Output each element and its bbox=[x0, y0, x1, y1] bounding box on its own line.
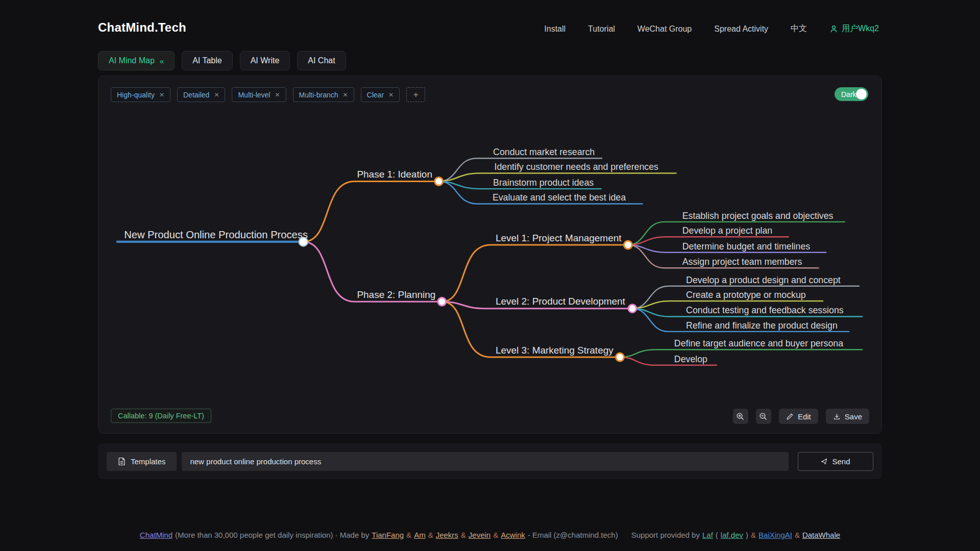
theme-toggle-knob bbox=[856, 89, 867, 99]
node-leaf[interactable]: Create a prototype or mockup bbox=[686, 290, 806, 300]
node-leaf[interactable]: Conduct testing and feedback sessions bbox=[686, 305, 844, 315]
theme-toggle[interactable]: Dark bbox=[835, 87, 868, 101]
user-icon bbox=[829, 24, 838, 33]
tab-label: AI Table bbox=[192, 56, 222, 65]
nav-tutorial[interactable]: Tutorial bbox=[588, 24, 615, 34]
save-label: Save bbox=[845, 412, 862, 421]
node-dot-phase1[interactable] bbox=[435, 178, 443, 186]
send-button[interactable]: Send bbox=[798, 452, 873, 471]
node-leaf[interactable]: Develop a project plan bbox=[682, 226, 772, 236]
tag-multi-branch[interactable]: Multi-branch ✕ bbox=[293, 87, 354, 102]
tab-ai-mind-map[interactable]: AI Mind Map « bbox=[98, 51, 175, 70]
node-leaf[interactable]: Develop a product design and concept bbox=[686, 275, 841, 285]
tab-label: AI Chat bbox=[308, 56, 335, 65]
add-tag-button[interactable]: + bbox=[406, 87, 425, 102]
node-leaf[interactable]: Evaluate and select the best idea bbox=[493, 192, 626, 203]
composer-bar: Templates Send bbox=[98, 443, 882, 479]
prompt-input[interactable] bbox=[182, 452, 789, 471]
zoom-in-icon bbox=[736, 412, 745, 421]
node-dot-level3[interactable] bbox=[616, 353, 624, 361]
map-controls: Edit Save bbox=[733, 409, 869, 424]
close-icon[interactable]: ✕ bbox=[214, 91, 219, 98]
mindmap-canvas[interactable]: New Product Online Production Process Ph… bbox=[99, 76, 881, 433]
node-level1[interactable]: Level 1: Project Management bbox=[496, 233, 622, 243]
branch-phase1 bbox=[303, 181, 438, 241]
node-leaf[interactable]: Brainstorm product ideas bbox=[493, 178, 594, 188]
footer-amp: & bbox=[493, 531, 498, 539]
edit-label: Edit bbox=[798, 412, 811, 421]
footer-link-maker[interactable]: Am bbox=[414, 531, 426, 539]
tag-detailed[interactable]: Detailed ✕ bbox=[177, 87, 225, 102]
node-leaf[interactable]: Define target audience and buyer persona bbox=[674, 338, 843, 348]
footer-link-chatmind[interactable]: ChatMind bbox=[140, 531, 173, 539]
node-leaf[interactable]: Develop bbox=[674, 354, 707, 364]
node-leaf[interactable]: Identify customer needs and preferences bbox=[495, 162, 658, 172]
tag-bar: High-quality ✕ Detailed ✕ Multi-level ✕ … bbox=[111, 87, 425, 102]
node-level2[interactable]: Level 2: Product Development bbox=[496, 296, 626, 307]
tab-ai-write[interactable]: AI Write bbox=[240, 51, 290, 70]
nav-spread-activity[interactable]: Spread Activity bbox=[714, 24, 768, 34]
node-phase1[interactable]: Phase 1: Ideation bbox=[357, 169, 432, 180]
close-icon[interactable]: ✕ bbox=[159, 91, 164, 98]
footer-link-maker[interactable]: Jevein bbox=[469, 531, 491, 539]
node-dot-level2[interactable] bbox=[628, 305, 636, 313]
nav-language[interactable]: 中文 bbox=[791, 23, 807, 34]
mindmap-panel: New Product Online Production Process Ph… bbox=[98, 76, 882, 434]
tag-clear[interactable]: Clear ✕ bbox=[361, 87, 400, 102]
close-icon[interactable]: ✕ bbox=[275, 91, 280, 98]
top-nav: Install Tutorial WeChat Group Spread Act… bbox=[544, 23, 879, 34]
footer-amp: & bbox=[406, 531, 411, 539]
collapse-tab-icon[interactable]: « bbox=[160, 57, 164, 65]
tab-label: AI Mind Map bbox=[109, 56, 155, 65]
app-logo: ChatMind.Tech bbox=[98, 20, 186, 35]
edit-button[interactable]: Edit bbox=[779, 409, 818, 424]
zoom-out-icon bbox=[759, 412, 768, 421]
node-leaf[interactable]: Refine and finalize the product design bbox=[686, 320, 838, 331]
node-leaf[interactable]: Establish project goals and objectives bbox=[682, 211, 834, 221]
node-phase2[interactable]: Phase 2: Planning bbox=[357, 289, 435, 300]
node-dot-phase2[interactable] bbox=[438, 297, 446, 306]
user-menu[interactable]: 用户Wkq2 bbox=[829, 23, 879, 34]
footer-link-maker[interactable]: TianFang bbox=[372, 531, 404, 539]
footer-amp: & bbox=[428, 531, 433, 539]
branch-level1 bbox=[442, 245, 628, 302]
nav-install[interactable]: Install bbox=[544, 24, 566, 34]
tab-ai-chat[interactable]: AI Chat bbox=[297, 51, 346, 70]
pencil-icon bbox=[786, 413, 794, 420]
save-button[interactable]: Save bbox=[826, 409, 869, 424]
footer-email: - Email (z@chatmind.tech) bbox=[528, 531, 618, 539]
node-leaf[interactable]: Assign project team members bbox=[682, 257, 802, 267]
theme-toggle-label: Dark bbox=[841, 90, 856, 98]
tag-label: Multi-level bbox=[238, 91, 270, 99]
tag-multi-level[interactable]: Multi-level ✕ bbox=[232, 87, 286, 102]
node-leaf[interactable]: Determine budget and timelines bbox=[682, 241, 810, 252]
send-label: Send bbox=[832, 457, 850, 466]
templates-button[interactable]: Templates bbox=[107, 452, 177, 471]
footer-support-text: Support provided by bbox=[631, 531, 700, 539]
footer-amp: & bbox=[461, 531, 466, 539]
footer-link-lafdev[interactable]: laf.dev bbox=[721, 531, 743, 539]
close-icon[interactable]: ✕ bbox=[388, 91, 394, 98]
send-icon bbox=[821, 458, 827, 465]
footer-link-maker[interactable]: Acwink bbox=[501, 531, 525, 539]
node-root[interactable]: New Product Online Production Process bbox=[124, 229, 308, 240]
node-level3[interactable]: Level 3: Marketing Strategy bbox=[496, 345, 614, 356]
tag-high-quality[interactable]: High-quality ✕ bbox=[111, 87, 170, 102]
tab-ai-table[interactable]: AI Table bbox=[182, 51, 233, 70]
footer: ChatMind (More than 30,000 people get da… bbox=[0, 531, 980, 539]
node-dot-level1[interactable] bbox=[624, 241, 632, 249]
footer-link-maker[interactable]: Jeekrs bbox=[436, 531, 458, 539]
document-icon bbox=[118, 457, 126, 466]
zoom-in-button[interactable] bbox=[733, 409, 748, 424]
page: ChatMind.Tech Install Tutorial WeChat Gr… bbox=[0, 0, 980, 551]
footer-amp: & bbox=[795, 531, 800, 539]
nav-wechat-group[interactable]: WeChat Group bbox=[638, 24, 692, 34]
footer-link-baixingai[interactable]: BaiXingAI bbox=[758, 531, 792, 539]
close-icon[interactable]: ✕ bbox=[343, 91, 348, 98]
zoom-out-button[interactable] bbox=[756, 409, 771, 424]
footer-link-datawhale[interactable]: DataWhale bbox=[802, 531, 840, 539]
node-leaf[interactable]: Conduct market research bbox=[493, 147, 595, 157]
callable-quota-badge: Callable: 9 (Daily Free-LT) bbox=[111, 409, 211, 423]
footer-link-laf[interactable]: Laf bbox=[702, 531, 713, 539]
footer-paren: ) bbox=[746, 531, 748, 539]
